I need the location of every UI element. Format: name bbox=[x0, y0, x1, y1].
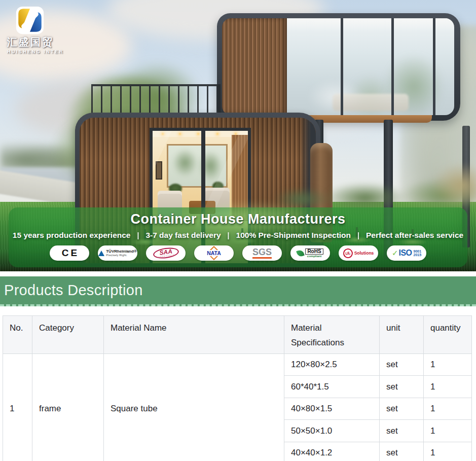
badge-nata: NATA bbox=[194, 245, 234, 261]
saa-oval-icon: SAA APPROVALS bbox=[152, 246, 179, 260]
cell-qty: 1 bbox=[424, 420, 472, 442]
badge-ce: CE bbox=[50, 245, 89, 261]
cell-unit: set bbox=[380, 353, 424, 376]
railing-post bbox=[218, 84, 221, 116]
window-mullion bbox=[433, 18, 435, 115]
company-name-en: HUISHENG INTER bbox=[7, 49, 64, 54]
iso-label: ISO bbox=[398, 249, 412, 258]
header-material-name: Material Name bbox=[104, 316, 284, 354]
hero-title: Container House Manufacturers bbox=[9, 211, 467, 227]
ce-mark: CE bbox=[60, 247, 79, 259]
cell-spec: 50×50×1.0 bbox=[284, 420, 380, 442]
cell-spec: 120×80×2.5 bbox=[284, 353, 380, 376]
iso-standard: 9001 bbox=[414, 250, 422, 253]
interior-furniture bbox=[333, 94, 409, 111]
iso-years: 9001 2015 bbox=[414, 250, 422, 257]
window-mullion bbox=[341, 18, 343, 115]
cell-unit: set bbox=[380, 442, 424, 461]
cell-spec: 60*40*1.5 bbox=[284, 376, 380, 398]
interior-ceiling bbox=[287, 18, 454, 31]
cell-unit: set bbox=[380, 420, 424, 442]
header-category: Category bbox=[32, 316, 104, 354]
tuv-text: TÜVRheinland® Precisely Right. bbox=[106, 250, 137, 257]
wood-slat-panel bbox=[222, 18, 287, 115]
cell-no: 1 bbox=[3, 353, 32, 461]
ul-circle-icon: UL bbox=[342, 247, 353, 259]
cell-unit: set bbox=[380, 398, 424, 420]
upper-module-facade bbox=[222, 18, 454, 115]
section-title: Products Description bbox=[0, 282, 143, 299]
cell-spec: 40×40×1.2 bbox=[284, 442, 380, 461]
company-name-cn: 汇盛国贸 bbox=[7, 36, 54, 49]
cell-qty: 1 bbox=[424, 376, 472, 398]
feature-separator: | bbox=[228, 231, 230, 239]
feature-item: Perfect after-sales service bbox=[366, 231, 463, 240]
cell-material-name: Square tube bbox=[104, 353, 284, 461]
window-mullion bbox=[391, 18, 394, 115]
check-icon: ✓ bbox=[392, 249, 398, 258]
tuv-triangle-icon bbox=[98, 251, 104, 256]
tuv-slogan: Precisely Right. bbox=[106, 254, 137, 257]
badge-ul: UL Solutions bbox=[339, 245, 378, 261]
feature-item: 15 years production experience bbox=[13, 231, 131, 240]
rohs-text: RoHS compliant bbox=[305, 249, 323, 258]
cell-qty: 1 bbox=[424, 442, 472, 461]
glass-wall bbox=[287, 18, 454, 115]
cell-qty: 1 bbox=[424, 398, 472, 420]
cell-spec: 40×80×1.5 bbox=[284, 398, 380, 420]
badge-saa: SAA APPROVALS bbox=[146, 245, 186, 261]
feature-item: 100% Pre-Shipment Inspection bbox=[236, 231, 351, 240]
certification-badges: CE TÜVRheinland® Precisely Right. SAA AP… bbox=[9, 245, 467, 261]
feature-list: 15 years production experience | 3-7 day… bbox=[9, 231, 467, 240]
hero-green-overlay: Container House Manufacturers 15 years p… bbox=[9, 207, 467, 267]
cell-category: frame bbox=[32, 353, 104, 461]
badge-tuv: TÜVRheinland® Precisely Right. bbox=[98, 245, 137, 261]
company-logo: 汇盛国贸 HUISHENG INTER bbox=[7, 6, 73, 54]
table-row: 1 frame Square tube 120×80×2.5 set 1 bbox=[3, 353, 472, 376]
nata-diamond-icon: NATA bbox=[206, 250, 222, 256]
nata-label: NATA bbox=[206, 250, 222, 256]
badge-rohs: RoHS compliant bbox=[290, 245, 330, 261]
feature-item: 3-7 day fast delivery bbox=[145, 231, 221, 240]
header-no: No. bbox=[3, 316, 32, 354]
badge-iso: ✓ ISO 9001 2015 bbox=[387, 245, 426, 261]
rohs-label: RoHS bbox=[305, 249, 323, 255]
logo-icon bbox=[16, 6, 44, 34]
cell-unit: set bbox=[380, 376, 424, 398]
spacer bbox=[0, 306, 476, 315]
leaf-icon bbox=[297, 249, 305, 258]
table-header-row: No. Category Material Name Material Spec… bbox=[3, 316, 472, 354]
roof-railing bbox=[91, 84, 220, 115]
upper-container-module bbox=[217, 13, 460, 121]
header-quantity: quantity bbox=[424, 316, 472, 354]
product-page: Container House Manufacturers 15 years p… bbox=[0, 0, 476, 461]
section-header: Products Description bbox=[0, 276, 476, 306]
materials-table: No. Category Material Name Material Spec… bbox=[3, 315, 472, 461]
tuv-label: TÜVRheinland® bbox=[106, 250, 137, 254]
feature-separator: | bbox=[137, 231, 139, 239]
header-unit: unit bbox=[380, 316, 424, 354]
hero-photo: Container House Manufacturers 15 years p… bbox=[0, 0, 476, 271]
badge-sgs: SGS bbox=[242, 245, 282, 261]
spacer bbox=[0, 271, 476, 276]
feature-separator: | bbox=[357, 231, 359, 239]
ul-sublabel: Solutions bbox=[354, 251, 374, 256]
cell-qty: 1 bbox=[424, 353, 472, 376]
sgs-label: SGS bbox=[252, 247, 272, 259]
iso-year: 2015 bbox=[414, 253, 422, 257]
header-material-specifications: Material Specifications bbox=[284, 316, 380, 354]
rohs-sublabel: compliant bbox=[307, 255, 321, 258]
